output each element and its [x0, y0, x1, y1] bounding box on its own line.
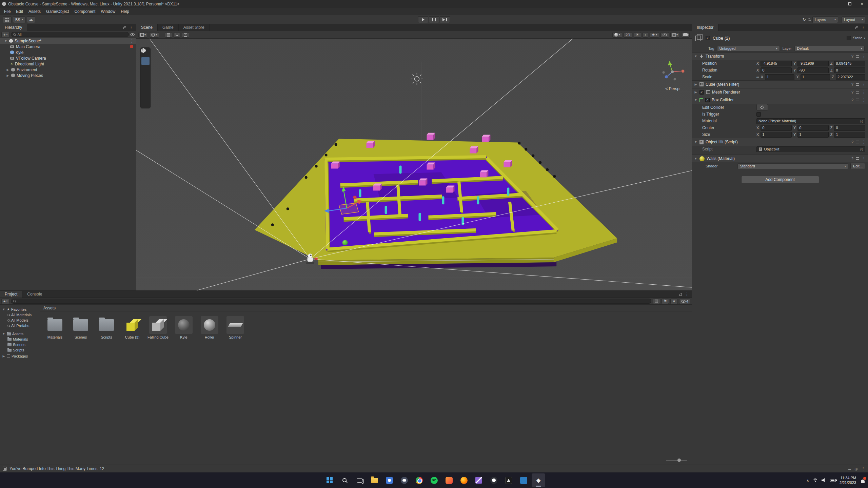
foldout-closed-icon[interactable]: ▶	[694, 90, 697, 94]
hierarchy-item-kyle[interactable]: Kyle	[0, 49, 136, 55]
scene-row[interactable]: ▼ SampleScene* ⋮	[0, 38, 136, 44]
foldout-open-icon[interactable]: ▼	[4, 39, 7, 43]
menu-edit[interactable]: Edit	[13, 9, 26, 14]
snap-toggle-button[interactable]	[174, 32, 180, 38]
scene-viewport[interactable]: < Persp	[136, 39, 692, 290]
blue-app-button[interactable]	[382, 473, 396, 487]
close-button[interactable]: ×	[856, 0, 868, 8]
rotation-z-field[interactable]	[834, 67, 865, 73]
box-collider-header[interactable]: ▼ Box Collider ?⋮	[692, 96, 868, 104]
preset-icon[interactable]	[856, 83, 859, 86]
step-button[interactable]	[440, 16, 450, 23]
help-icon[interactable]: ?	[851, 54, 853, 58]
static-checkbox[interactable]	[847, 36, 851, 40]
scale-x-field[interactable]	[765, 74, 794, 80]
kebab-icon[interactable]: ⋮	[685, 292, 689, 297]
tool-handle-rotation-dropdown[interactable]: ▾	[149, 32, 159, 38]
static-dropdown-arrow[interactable]: ▾	[864, 37, 865, 40]
component-enabled-checkbox[interactable]	[705, 98, 710, 102]
console-message-icon[interactable]	[3, 467, 7, 471]
cloud-status-icon[interactable]: ☁	[847, 467, 851, 471]
kebab-icon[interactable]: ⋮	[861, 25, 865, 30]
green-sphere[interactable]	[342, 240, 348, 245]
scene-visibility-button[interactable]	[660, 32, 669, 38]
increment-snap-button[interactable]	[182, 32, 189, 38]
hidden-packages-button[interactable]: 4	[679, 299, 690, 304]
taskbar-clock[interactable]: 11:34 PM 2/21/2023	[840, 475, 856, 485]
size-x-field[interactable]	[761, 132, 792, 138]
hierarchy-item-vfollow-camera[interactable]: VFollow Camera	[0, 55, 136, 61]
preset-icon[interactable]	[856, 141, 859, 143]
search-by-type-button[interactable]	[653, 299, 660, 304]
mesh-renderer-header[interactable]: ▶ Mesh Renderer ?⋮	[692, 88, 868, 96]
kebab-icon[interactable]: ⋮	[862, 54, 866, 59]
size-y-field[interactable]	[797, 132, 829, 138]
tree-folder-materials[interactable]: Materials	[0, 337, 40, 342]
kebab-icon[interactable]: ⋮	[862, 156, 866, 161]
effects-dropdown[interactable]: ★▾	[650, 32, 659, 38]
unity-editor-button[interactable]: ◆	[532, 473, 545, 487]
red-sphere[interactable]	[353, 196, 357, 199]
script-field[interactable]: ObjectHit◎	[756, 146, 865, 152]
kebab-icon[interactable]: ⋮	[861, 466, 865, 471]
position-x-field[interactable]	[761, 61, 792, 66]
menu-component[interactable]: Component	[72, 9, 98, 14]
hierarchy-item-main-camera[interactable]: Main Camera	[0, 44, 136, 49]
uniform-scale-link-icon[interactable]: ∞	[756, 75, 759, 79]
console-status-message[interactable]: You've Bumped Into This Thing This Many …	[9, 466, 104, 471]
asset-scripts[interactable]: Scripts	[94, 316, 119, 339]
kebab-icon[interactable]: ⋮	[862, 98, 866, 102]
physic-material-field[interactable]: None (Physic Material)◎	[756, 118, 865, 124]
edit-collider-button[interactable]	[756, 104, 768, 110]
scene-visibility-icon[interactable]	[130, 33, 135, 36]
dark-blue-app-button[interactable]	[517, 473, 530, 487]
position-z-field[interactable]	[834, 61, 865, 66]
foldout-open-icon[interactable]: ▼	[694, 55, 697, 58]
foldout-closed-icon[interactable]: ▶	[6, 74, 9, 77]
account-dropdown[interactable]: BS▾	[13, 16, 25, 23]
scene-options-icon[interactable]: ⋮	[130, 39, 134, 43]
file-explorer-button[interactable]	[368, 473, 381, 487]
asset-kyle[interactable]: Kyle	[171, 316, 197, 339]
project-search-input[interactable]	[11, 299, 651, 304]
discord-button[interactable]	[397, 473, 411, 487]
favorites-row[interactable]: ▼★Favorites	[0, 307, 40, 312]
object-hit-header[interactable]: ▼ Object Hit (Script) ?⋮	[692, 138, 868, 146]
help-icon[interactable]: ?	[851, 98, 853, 102]
tab-console[interactable]: Console	[22, 291, 47, 298]
unity-hub-button[interactable]	[502, 473, 515, 487]
foldout-open-icon[interactable]: ▼	[694, 98, 697, 102]
preset-icon[interactable]	[856, 91, 859, 94]
red-indicator-icon[interactable]	[130, 45, 133, 48]
tab-hierarchy[interactable]: Hierarchy	[0, 24, 27, 31]
preset-icon[interactable]	[856, 55, 859, 58]
maximize-button[interactable]	[844, 0, 856, 8]
menu-file[interactable]: File	[1, 9, 13, 14]
audio-toggle-button[interactable]: ♪	[643, 32, 649, 38]
scale-tool-button[interactable]	[141, 74, 150, 82]
layers-dropdown[interactable]: Layers▾	[812, 16, 838, 23]
tool-handle-pivot-dropdown[interactable]: ▾	[138, 32, 148, 38]
active-checkbox[interactable]	[706, 36, 710, 40]
gameobject-name[interactable]: Cube (2)	[713, 36, 730, 41]
github-desktop-button[interactable]	[487, 473, 500, 487]
breadcrumb[interactable]: Assets	[40, 305, 692, 311]
asset-materials[interactable]: Materials	[42, 316, 68, 339]
visual-studio-button[interactable]	[472, 473, 486, 487]
thumbnail-size-slider[interactable]	[666, 459, 687, 462]
hierarchy-item-directional-light[interactable]: ☀ Directional Light	[0, 61, 136, 67]
save-search-button[interactable]: ★	[670, 299, 678, 304]
draw-mode-dropdown[interactable]: ▾	[612, 32, 622, 38]
camera-settings-button[interactable]	[681, 32, 690, 38]
grid-snap-button[interactable]	[165, 32, 172, 38]
tag-dropdown[interactable]: Untagged▾	[717, 46, 780, 52]
menu-assets[interactable]: Assets	[26, 9, 43, 14]
packages-row[interactable]: ▶Packages	[0, 353, 40, 359]
transform-header[interactable]: ▼ Transform ?⋮	[692, 52, 868, 60]
scale-z-field[interactable]	[836, 74, 865, 80]
task-view-button[interactable]	[353, 473, 366, 487]
center-x-field[interactable]	[761, 125, 792, 131]
layer-dropdown[interactable]: Default▾	[794, 46, 865, 52]
custom-tool-button[interactable]	[141, 99, 150, 107]
notification-bell-button[interactable]	[860, 477, 865, 483]
